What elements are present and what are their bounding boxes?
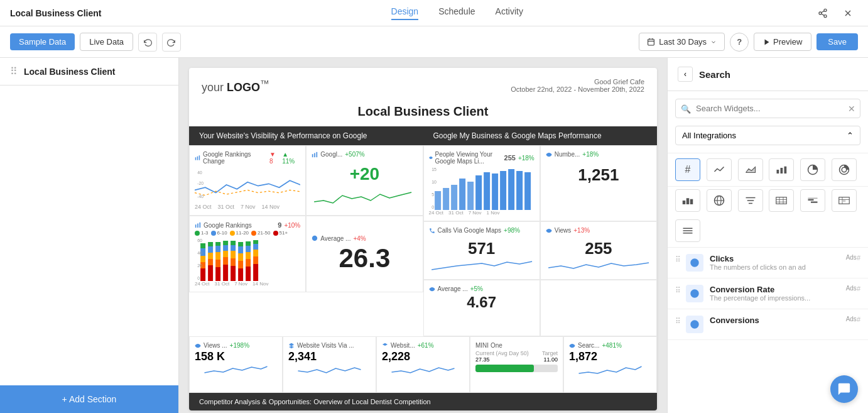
svg-rect-12 [195,157,196,160]
clear-search-button[interactable]: ✕ [848,104,855,114]
svg-rect-40 [223,257,228,265]
clicks-tag: Ads [846,254,857,261]
section2-row1: People Viewing Your Google Maps Li... 25… [423,145,658,221]
svg-rect-62 [253,244,258,250]
widget-type-filter[interactable] [738,189,763,212]
widget-mini-one: MINI One Current (Avg Day 50)Target 27.3… [470,336,563,393]
section1-header: Your Website's Visibility & Performance … [189,126,423,145]
widget-type-gantt[interactable] [800,189,825,212]
number-label: Numbe... [555,151,580,158]
conversions-hash: # [857,316,860,323]
svg-rect-63 [253,240,258,244]
website2-spark [382,363,464,376]
right-panel-header: ‹ Search [668,58,868,91]
conv-rate-hash: # [857,285,860,292]
report-container: your LOGO™ Good Grief Cafe October 22nd,… [189,68,657,410]
widget-type-list[interactable] [675,219,700,242]
people-label: People Viewing Your Google Maps Li... [435,151,501,165]
svg-rect-31 [208,253,213,259]
widget-website2: Websit... +61% 2,228 [376,336,470,393]
views-bottom-spark [195,363,277,376]
widget-icon-conv-rate [686,285,703,302]
svg-marker-11 [765,39,769,45]
integrations-select[interactable]: All Integrations ⌃ [675,126,860,145]
tab-schedule[interactable]: Schedule [438,6,475,20]
widget-type-cross[interactable] [832,189,857,212]
widget-google-rankings: Google Rankings 9 +10% 1-3 6-10 11-20 21… [189,216,306,292]
svg-rect-44 [231,266,236,281]
save-button[interactable]: Save [816,33,858,50]
svg-rect-13 [197,157,198,160]
widget-type-number[interactable]: # [675,158,700,181]
company-name: Good Grief Cafe [511,78,644,85]
share-button[interactable] [813,3,833,23]
widget-views-bottom: Views ... +198% 158 K [189,336,283,393]
conv-rate-name: Conversion Rate [710,285,846,294]
rankings-xaxis: 24 Oct31 Oct7 Nov14 Nov [195,281,300,287]
app-header: Local Business Client Design Schedule Ac… [0,0,868,26]
widget-type-line[interactable] [707,158,732,181]
widget-type-globe[interactable] [707,189,732,212]
sections-row: Your Website's Visibility & Performance … [189,126,657,336]
help-button[interactable]: ? [730,33,749,52]
svg-text:60: 60 [197,238,202,243]
close-button[interactable] [838,3,858,23]
svg-rect-58 [246,241,251,246]
svg-rect-35 [215,260,220,267]
svg-rect-52 [238,246,243,253]
svg-rect-28 [200,243,205,248]
widget-type-column[interactable] [675,189,700,212]
widget-people-viewing: People Viewing Your Google Maps Li... 25… [423,145,540,221]
sample-data-button[interactable]: Sample Data [10,33,75,50]
svg-rect-61 [253,250,258,256]
widget-type-area[interactable] [738,158,763,181]
company-info: Good Grief Cafe October 22nd, 2022 - Nov… [511,78,644,93]
collapse-panel-button[interactable]: ‹ [678,67,693,82]
svg-rect-45 [231,258,236,266]
big-number-display: 26.3 [312,243,417,273]
svg-rect-73 [475,175,482,210]
svg-rect-14 [199,155,200,160]
widget-list-item-clicks[interactable]: ⠿ Clicks The numbers of clicks on an ad … [668,248,868,278]
report-title: Local Business Client [189,99,657,126]
svg-rect-50 [238,261,243,268]
toolbar-left: Sample Data Live Data [10,33,181,52]
add-section-button[interactable]: + Add Section [0,385,178,413]
date-range-button[interactable]: Last 30 Days [639,33,725,51]
svg-rect-22 [197,224,198,228]
widget-type-row2 [668,187,868,214]
conversions-tag: Ads [846,316,857,322]
svg-point-1 [819,12,822,14]
website-visits-label: Website Visits Via ... [297,342,354,349]
tab-activity[interactable]: Activity [496,6,523,20]
svg-rect-110 [843,200,846,202]
live-data-button[interactable]: Live Data [80,33,133,51]
tab-design[interactable]: Design [391,6,419,20]
widget-list-item-conversion-rate[interactable]: ⠿ Conversion Rate The percentage of impr… [668,278,868,309]
svg-line-4 [822,11,825,13]
searc-value: 1,872 [569,350,651,363]
avg2-value: 4.67 [429,294,534,311]
website-visits-value: 2,341 [288,350,371,363]
widget-type-pie[interactable] [800,158,825,181]
widget-type-bar[interactable] [769,158,794,181]
preview-button[interactable]: Preview [754,33,811,51]
widget-type-table2[interactable] [769,189,794,212]
app-title: Local Business Client [10,8,101,18]
widget-type-donut[interactable] [832,158,857,181]
badge-11: ▲ 11% [282,151,300,165]
svg-rect-37 [215,246,220,252]
widget-list-item-conversions[interactable]: ⠿ Conversions Ads # [668,309,868,340]
toolbar-right: Last 30 Days ? Preview Save [639,33,858,52]
chat-bubble[interactable] [830,375,858,403]
redo-button[interactable] [162,33,181,52]
svg-rect-105 [808,199,814,201]
conv-rate-tag: Ads [846,285,857,292]
widget-google-value: Googl... +507% +20 [306,145,423,216]
svg-rect-99 [776,197,787,204]
search-input[interactable] [675,99,860,118]
svg-rect-43 [223,241,228,245]
drag-icon: ⠿ [10,65,18,77]
svg-rect-29 [208,265,213,281]
undo-button[interactable] [138,33,157,52]
